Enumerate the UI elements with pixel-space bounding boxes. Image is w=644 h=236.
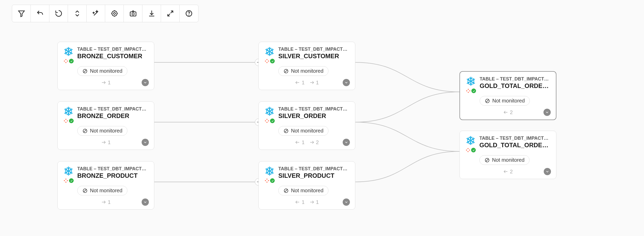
snowflake-icon — [64, 106, 73, 117]
wand-icon — [92, 10, 100, 17]
downstream-count: 1 — [316, 80, 319, 86]
node-subtitle: TABLE – TEST_DBT_IMPACT_ANAL… — [77, 166, 149, 172]
node-title: BRONZE_CUSTOMER — [77, 53, 149, 60]
upstream-count: 1 — [302, 199, 304, 205]
check-icon — [270, 59, 275, 63]
node-subtitle: TABLE – TEST_DBT_IMPACT_ANAL… — [278, 166, 350, 172]
toolbar — [12, 5, 198, 22]
node-title: GOLD_TOTAL_ORDERS… — [480, 82, 551, 90]
node-subtitle: TABLE – TEST_DBT_IMPACT_ANAL… — [77, 47, 149, 52]
dbt-icon — [63, 178, 68, 183]
arrow-left-icon — [503, 169, 508, 174]
reset-icon — [55, 10, 63, 17]
expand-node-button[interactable] — [142, 198, 149, 206]
chevron-down-icon — [344, 200, 348, 204]
recenter-icon — [111, 10, 118, 17]
upstream-count: 2 — [510, 109, 513, 115]
monitor-status-pill[interactable]: Not monitored — [278, 66, 328, 76]
help-icon — [185, 10, 193, 17]
lineage-node-silver-customer[interactable]: TABLE – TEST_DBT_IMPACT_ANAL…SILVER_CUST… — [258, 42, 355, 90]
check-icon — [270, 119, 275, 123]
lineage-node-gold-1[interactable]: TABLE – TEST_DBT_IMPACT_ANAL…GOLD_TOTAL_… — [459, 71, 556, 120]
lineage-node-gold-2[interactable]: TABLE – TEST_DBT_IMPACT_ANAL…GOLD_TOTAL_… — [459, 131, 556, 179]
dbt-icon — [63, 58, 68, 64]
upstream-count: 1 — [302, 80, 304, 86]
sort-button[interactable] — [68, 5, 87, 22]
snowflake-icon — [64, 47, 73, 57]
chevron-down-icon — [545, 169, 549, 174]
downstream-count: 1 — [108, 199, 111, 205]
sort-icon — [73, 10, 81, 17]
monitor-status-pill[interactable]: Not monitored — [77, 66, 127, 76]
monitor-status-pill[interactable]: Not monitored — [77, 126, 127, 136]
monitor-status-label: Not monitored — [492, 98, 525, 104]
check-icon — [471, 89, 476, 93]
check-icon — [471, 148, 476, 152]
not-monitored-icon — [82, 128, 88, 134]
dependency-counts: 1 — [101, 199, 111, 205]
expand-node-button[interactable] — [343, 79, 350, 86]
monitor-status-pill[interactable]: Not monitored — [77, 186, 127, 195]
lineage-node-silver-order[interactable]: TABLE – TEST_DBT_IMPACT_ANAL…SILVER_ORDE… — [258, 101, 355, 150]
camera-button[interactable] — [124, 5, 142, 22]
not-monitored-icon — [283, 68, 289, 74]
node-subtitle: TABLE – TEST_DBT_IMPACT_ANAL… — [77, 106, 149, 112]
lineage-node-bronze-customer[interactable]: TABLE – TEST_DBT_IMPACT_ANAL…BRONZE_CUST… — [57, 42, 154, 90]
monitor-status-label: Not monitored — [492, 157, 525, 163]
expand-node-button[interactable] — [543, 109, 551, 116]
expand-node-button[interactable] — [343, 139, 350, 146]
dbt-icon — [466, 88, 471, 93]
not-monitored-icon — [484, 157, 490, 163]
dependency-counts: 12 — [295, 139, 319, 145]
monitor-status-pill[interactable]: Not monitored — [278, 126, 328, 136]
lineage-node-bronze-order[interactable]: TABLE – TEST_DBT_IMPACT_ANAL…BRONZE_ORDE… — [57, 101, 154, 150]
snowflake-icon — [265, 166, 274, 177]
downstream-count: 1 — [108, 139, 111, 145]
dbt-icon — [264, 58, 270, 64]
monitor-status-label: Not monitored — [90, 128, 122, 134]
arrow-left-icon — [295, 80, 300, 85]
lineage-node-bronze-product[interactable]: TABLE – TEST_DBT_IMPACT_ANAL…BRONZE_PROD… — [57, 161, 154, 210]
not-monitored-icon — [283, 128, 289, 134]
expand-node-button[interactable] — [544, 168, 551, 175]
fullscreen-button[interactable] — [161, 5, 180, 22]
dependency-counts: 2 — [503, 109, 513, 115]
monitor-status-pill[interactable]: Not monitored — [479, 155, 530, 165]
not-monitored-icon — [283, 188, 289, 194]
dbt-icon — [264, 118, 270, 123]
reset-button[interactable] — [49, 5, 68, 22]
downstream-count: 1 — [108, 80, 111, 86]
node-subtitle: TABLE – TEST_DBT_IMPACT_ANAL… — [278, 47, 350, 52]
expand-node-button[interactable] — [142, 139, 149, 146]
check-icon — [270, 178, 275, 183]
monitor-status-label: Not monitored — [291, 128, 324, 134]
monitor-status-label: Not monitored — [291, 188, 324, 194]
downstream-count: 1 — [316, 199, 319, 205]
wand-button[interactable] — [87, 5, 105, 22]
node-title: SILVER_CUSTOMER — [278, 53, 350, 60]
expand-node-button[interactable] — [142, 79, 149, 86]
node-subtitle: TABLE – TEST_DBT_IMPACT_ANAL… — [480, 76, 551, 82]
dependency-counts: 1 — [101, 139, 111, 145]
monitor-status-pill[interactable]: Not monitored — [278, 186, 328, 195]
undo-button[interactable] — [31, 5, 49, 22]
download-icon — [148, 10, 156, 17]
node-title: GOLD_TOTAL_ORDERS… — [479, 142, 551, 149]
chevron-down-icon — [344, 140, 348, 144]
filter-icon — [18, 10, 25, 17]
arrow-left-icon — [295, 200, 300, 205]
filter-button[interactable] — [12, 5, 31, 22]
download-button[interactable] — [142, 5, 161, 22]
arrow-right-icon — [101, 80, 106, 85]
dependency-counts: 11 — [295, 199, 319, 205]
expand-node-button[interactable] — [343, 198, 350, 206]
help-button[interactable] — [180, 5, 198, 22]
downstream-count: 2 — [316, 139, 319, 145]
monitor-status-pill[interactable]: Not monitored — [480, 96, 530, 106]
recenter-button[interactable] — [105, 5, 124, 22]
node-subtitle: TABLE – TEST_DBT_IMPACT_ANAL… — [479, 136, 551, 141]
lineage-node-silver-product[interactable]: TABLE – TEST_DBT_IMPACT_ANAL…SILVER_PROD… — [258, 161, 355, 210]
arrow-right-icon — [101, 200, 106, 205]
not-monitored-icon — [82, 68, 88, 74]
chevron-down-icon — [143, 140, 147, 144]
